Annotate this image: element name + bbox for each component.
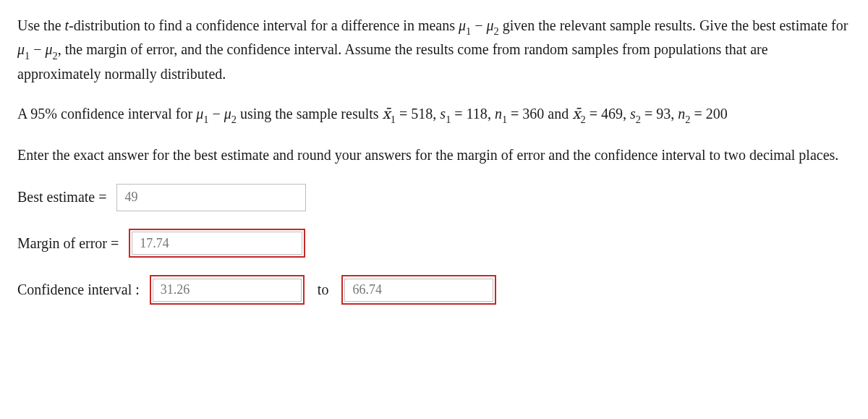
s2-sub: 2 [636, 114, 641, 125]
v-s1: 118 [467, 106, 488, 122]
ci-high-input[interactable] [344, 279, 493, 302]
best-estimate-input[interactable] [116, 184, 306, 211]
p-minus: − [208, 106, 224, 122]
margin-of-error-label: Margin of error = [17, 232, 119, 255]
confidence-interval-label: Confidence interval : [17, 279, 140, 301]
ci-low-wrap [150, 275, 305, 305]
n2-sub: 2 [685, 114, 690, 125]
c4: , [671, 106, 678, 122]
intro-text: Use the t-distribution to find a confide… [17, 14, 851, 85]
intro-part-b: -distribution to find a confidence inter… [69, 17, 459, 33]
p-mu2: μ [224, 106, 231, 122]
mu1b-sub: 1 [25, 50, 30, 62]
best-estimate-label: Best estimate = [17, 186, 106, 208]
p-mu2-sub: 2 [231, 114, 237, 125]
intro-part-a: Use the [17, 17, 65, 33]
best-estimate-row: Best estimate = [17, 184, 851, 211]
margin-of-error-wrap [129, 229, 305, 258]
to-text: to [318, 279, 329, 301]
mu2-sub: 2 [494, 25, 499, 37]
xbar2-sub: 2 [581, 114, 586, 125]
c3: , [623, 106, 630, 122]
instruction-text: Enter the exact answer for the best esti… [17, 144, 851, 166]
p-mu1-sub: 1 [203, 114, 208, 125]
xbar1-sub: 1 [391, 114, 396, 125]
ci-low-input[interactable] [153, 279, 302, 302]
v-x1: 518 [411, 106, 433, 122]
v-n1: 360 [522, 106, 544, 122]
problem-a: A 95% confidence interval for [17, 106, 196, 122]
problem-b: using the sample results [237, 106, 383, 122]
v-x2: 469 [601, 106, 623, 122]
eq4: = [586, 106, 601, 122]
p-mu1: μ [196, 106, 203, 122]
n1-sub: 1 [502, 114, 507, 125]
v-n2: 200 [706, 106, 728, 122]
minus-2: − [30, 41, 45, 57]
eq2: = [451, 106, 466, 122]
mu2b: μ [46, 41, 53, 57]
mu1b: μ [17, 41, 25, 57]
mu1-sub: 1 [466, 25, 471, 37]
s1: s [440, 106, 446, 122]
xbar1: x̄ [383, 106, 391, 122]
and: and [544, 106, 572, 122]
s1-sub: 1 [446, 114, 451, 125]
c2: , [488, 106, 495, 122]
xbar2: x̄ [572, 106, 580, 122]
eq5: = [641, 106, 656, 122]
margin-of-error-input[interactable] [132, 232, 302, 255]
problem-text: A 95% confidence interval for μ1 − μ2 us… [17, 103, 851, 127]
eq6: = [691, 106, 706, 122]
eq1: = [396, 106, 411, 122]
minus-1: − [471, 17, 486, 33]
confidence-interval-row: Confidence interval : to [17, 275, 851, 305]
n2: n [678, 106, 685, 122]
margin-of-error-row: Margin of error = [17, 229, 851, 258]
mu2: μ [487, 17, 494, 33]
v-s2: 93 [656, 106, 671, 122]
c1: , [433, 106, 440, 122]
mu2b-sub: 2 [53, 50, 58, 62]
eq3: = [507, 106, 522, 122]
intro-part-d: , the margin of error, and the confidenc… [17, 41, 768, 81]
ci-high-wrap [341, 275, 496, 305]
intro-part-c: given the relevant sample results. Give … [499, 17, 848, 33]
n1: n [495, 106, 502, 122]
s2: s [630, 106, 636, 122]
mu1: μ [459, 17, 466, 33]
